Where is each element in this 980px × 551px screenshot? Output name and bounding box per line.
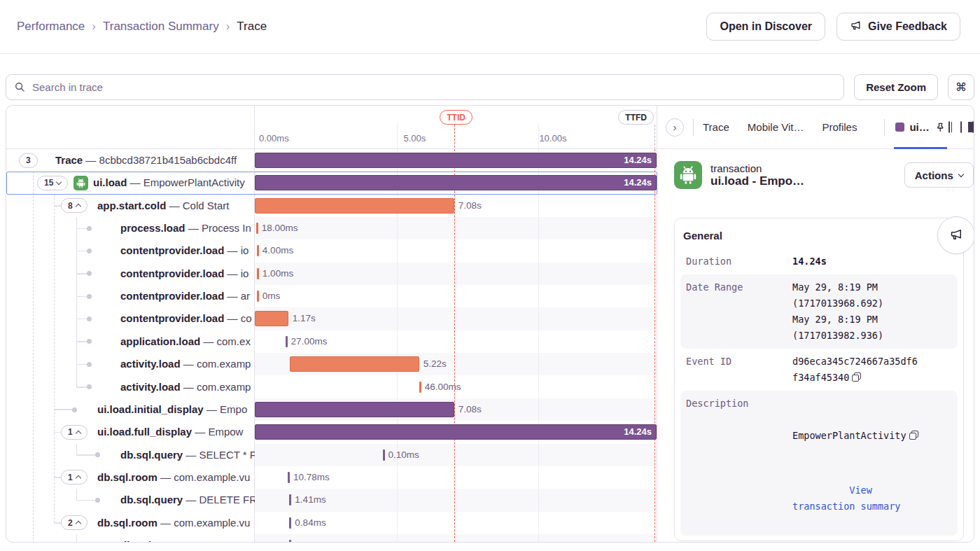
give-feedback-button[interactable]: Give Feedback <box>836 13 960 41</box>
span-bar[interactable]: 14.24s <box>255 153 657 168</box>
breadcrumb-item-transaction-summary[interactable]: Transaction Summary <box>103 20 219 34</box>
span-bar-row[interactable]: 27.00ms <box>255 330 657 353</box>
span-count-pill[interactable]: 8 <box>61 198 88 213</box>
tab-trace[interactable]: Trace <box>703 121 729 133</box>
span-duration-label: 1.41ms <box>295 489 326 511</box>
span-bar-row[interactable]: 0.70 <box>255 534 657 543</box>
span-tree-row[interactable]: 1db.sql.room — com.example.vu <box>6 466 255 489</box>
span-bar-row[interactable]: 1.00ms <box>255 263 657 285</box>
span-separator: — <box>166 200 182 211</box>
search-input[interactable] <box>32 81 835 93</box>
span-bar-row[interactable]: 10.78ms <box>255 466 657 489</box>
span-tick[interactable] <box>257 291 259 302</box>
span-tick[interactable] <box>419 382 421 393</box>
span-bar-row[interactable]: 14.24s <box>255 421 657 443</box>
layout-bottom-icon[interactable] <box>959 120 963 134</box>
tree-connector-line <box>76 534 77 543</box>
span-bar-row[interactable]: 4.00ms <box>255 239 657 262</box>
span-separator: — <box>158 471 174 483</box>
span-bar[interactable] <box>255 311 288 326</box>
span-bar-row[interactable]: 0.84ms <box>255 512 657 534</box>
actions-button[interactable]: Actions <box>904 162 974 188</box>
span-tick[interactable] <box>286 336 288 347</box>
search-box[interactable] <box>6 74 844 100</box>
span-separator: — <box>186 222 202 234</box>
breadcrumb-item-performance[interactable]: Performance <box>17 20 85 34</box>
span-tick[interactable] <box>383 449 385 461</box>
span-bar-row[interactable]: 5.22s <box>255 353 657 375</box>
span-count-pill[interactable]: 2 <box>61 515 88 530</box>
duration-row: Duration 14.24s <box>680 249 958 274</box>
span-tree-row[interactable]: contentprovider.load — co <box>6 307 255 330</box>
span-tree-row[interactable]: contentprovider.load — ar <box>6 285 255 307</box>
span-tree-row[interactable]: db.sql.query — INSERT OR <box>6 534 255 543</box>
view-transaction-summary-link[interactable]: View transaction summary <box>792 484 900 512</box>
tab-ui-load-pinned[interactable]: ui… <box>894 106 946 149</box>
span-description: com.examp <box>197 358 251 370</box>
tab-profiles[interactable]: Profiles <box>822 121 857 133</box>
span-tick[interactable] <box>289 494 291 505</box>
tree-connector-stub <box>76 319 87 320</box>
span-bar-row[interactable]: 0.10ms <box>255 444 657 466</box>
span-tick[interactable] <box>289 540 291 543</box>
span-tree-row[interactable]: process.load — Process In <box>6 217 255 239</box>
span-bar-row[interactable]: 1.17s <box>255 307 657 330</box>
span-count-pill[interactable]: 1 <box>61 425 88 440</box>
tab-mobile-vit[interactable]: Mobile Vit… <box>748 121 804 133</box>
span-tree-row[interactable]: contentprovider.load — io <box>6 239 255 262</box>
span-label: contentprovider.load — io <box>120 263 255 285</box>
span-tick[interactable] <box>257 245 259 256</box>
span-count-pill[interactable]: 1 <box>61 470 88 484</box>
span-tree-row[interactable]: application.load — com.ex <box>6 330 255 353</box>
span-tree-row[interactable]: 2db.sql.room — com.example.vu <box>6 512 255 534</box>
span-tree-row[interactable]: ui.load.initial_display — Empo <box>6 398 255 421</box>
floating-feedback-button[interactable] <box>937 216 974 254</box>
span-tick[interactable] <box>288 472 290 483</box>
span-bar[interactable] <box>255 402 454 417</box>
span-bar[interactable] <box>290 356 419 372</box>
span-tree-row[interactable]: 3Trace — 8cbbcd38721b415ab6cbdc4ff <box>6 149 255 172</box>
span-tree-row[interactable]: db.sql.query — DELETE FR <box>6 489 255 511</box>
span-op: app.start.cold <box>97 200 166 211</box>
span-bar-row[interactable]: 7.08s <box>255 195 657 217</box>
tree-header <box>6 106 254 149</box>
span-tree-row[interactable]: 15ui.load — EmpowerPlantActivity <box>6 172 255 194</box>
span-count: 2 <box>68 518 73 528</box>
span-count-pill[interactable]: 15 <box>37 176 68 190</box>
span-count-pill[interactable]: 3 <box>19 153 38 168</box>
open-in-discover-button[interactable]: Open in Discover <box>706 13 825 41</box>
span-description: Empo <box>220 403 247 415</box>
copy-icon[interactable] <box>909 431 918 440</box>
layout-left-icon[interactable] <box>947 120 951 134</box>
span-tree-row[interactable]: contentprovider.load — io <box>6 263 255 285</box>
span-bar-row[interactable]: 1.41ms <box>255 489 657 511</box>
collapse-panel-icon[interactable]: › <box>666 118 684 137</box>
span-tick[interactable] <box>257 268 259 279</box>
span-bar-row[interactable]: 18.00ms <box>255 217 657 239</box>
span-bar[interactable]: 14.24s <box>255 424 657 440</box>
copy-icon[interactable] <box>852 372 861 382</box>
span-bar-row[interactable]: 14.24s <box>255 172 657 194</box>
leaf-dot-icon <box>95 498 100 503</box>
span-bar-row[interactable]: 14.24s <box>255 149 657 172</box>
span-tree-row[interactable]: activity.load — com.examp <box>6 353 255 375</box>
span-tree-row[interactable]: activity.load — com.examp <box>6 376 255 398</box>
span-tick[interactable] <box>289 517 291 529</box>
layout-right-icon[interactable] <box>971 120 974 134</box>
span-tree-row[interactable]: 8app.start.cold — Cold Start <box>6 195 255 217</box>
leaf-dot-icon <box>87 384 92 389</box>
span-label: activity.load — com.examp <box>120 376 255 398</box>
cmd-shortcut-button[interactable]: ⌘ <box>948 74 974 100</box>
span-tree-row[interactable]: 1ui.load.full_display — Empow <box>6 421 255 443</box>
span-bar[interactable] <box>255 198 454 214</box>
span-tick[interactable] <box>256 223 258 234</box>
span-tree-row[interactable]: db.sql.query — SELECT * F <box>6 444 255 466</box>
pin-icon[interactable] <box>934 122 946 133</box>
span-bar-row[interactable]: 0ms <box>255 285 657 307</box>
span-bar[interactable]: 14.24s <box>255 175 657 190</box>
span-bar-row[interactable]: 46.00ms <box>255 376 657 398</box>
reset-zoom-button[interactable]: Reset Zoom <box>854 74 938 100</box>
span-op: db.sql.room <box>97 517 158 529</box>
span-separator: — <box>158 517 174 529</box>
span-bar-row[interactable]: 7.08s <box>255 398 657 421</box>
